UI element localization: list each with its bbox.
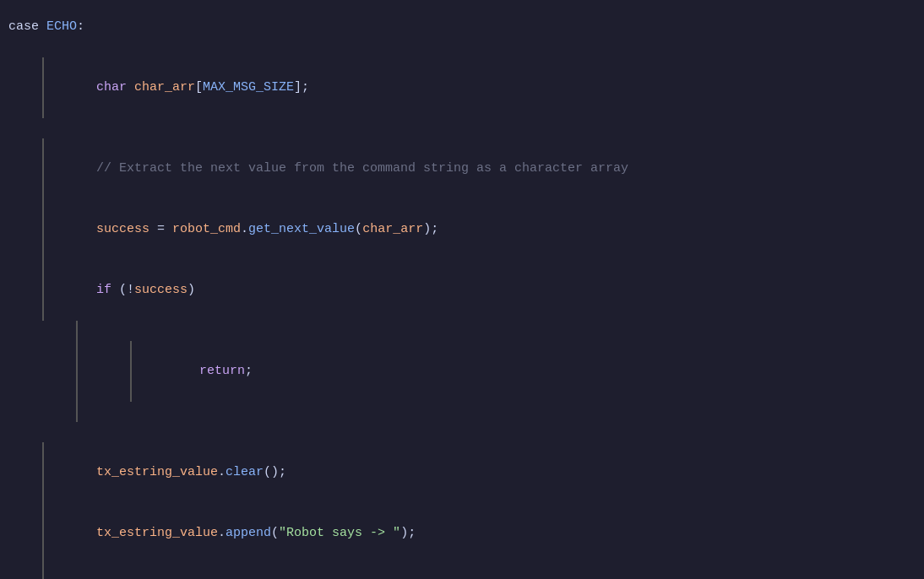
indent-bar-2: // Extract the next value from the comma… [42,138,628,199]
bracket-open: [ [195,80,203,95]
keyword-case: case [8,17,46,37]
line-comment: // Extract the next value from the comma… [8,138,907,199]
var-success: success [96,222,149,236]
indent-bar-8: tx_estring_value.append(char_arr); [42,564,355,579]
indent-bar-5b: return; [130,341,253,402]
identifier-echo: ECHO [46,17,77,37]
func-append-1: append [226,526,271,540]
string-robot-says: "Robot says -> " [279,526,400,540]
space-2: ( [111,283,127,297]
paren-close: ) [188,283,195,297]
blank-line-2 [8,118,907,138]
dot-3: . [218,526,226,540]
op-assign: = [149,222,172,236]
dot-1: . [241,222,248,236]
paren-1: ( [355,222,362,236]
const-max-msg-size: MAX_MSG_SIZE [203,80,294,95]
semicolon-return: ; [245,364,253,378]
arg-char-arr: char_arr [362,222,423,236]
var-tx-estring-1: tx_estring_value [96,465,218,479]
var-success-2: success [134,283,188,297]
indent-bar-7: tx_estring_value.append("Robot says -> "… [42,503,416,564]
line-clear: tx_estring_value.clear(); [8,442,907,503]
line-success-assign: success = robot_cmd.get_next_value(char_… [8,199,907,260]
comment-text: // Extract the next value from the comma… [96,161,628,176]
func-get-next-value: get_next_value [248,222,355,236]
indent-bar-6: tx_estring_value.clear(); [42,442,286,503]
indent-bar-5: return; [76,321,253,422]
blank-line-1 [8,37,907,57]
dot-2: . [218,465,226,479]
bracket-close: ]; [294,80,309,95]
var-tx-estring-2: tx_estring_value [96,526,218,540]
colon: : [77,17,84,37]
blank-line-3 [8,422,907,442]
indent-bar-4: if (!success) [42,260,195,321]
paren-4: ); [400,526,416,540]
paren-3: ( [271,526,279,540]
var-char-arr: char_arr [134,80,195,95]
line-char-decl: char char_arr[MAX_MSG_SIZE]; [8,57,907,118]
var-robot-cmd: robot_cmd [172,222,241,236]
line-append-1: tx_estring_value.append("Robot says -> "… [8,503,907,564]
func-clear: clear [226,465,264,479]
exclamation: ! [127,283,134,297]
line-append-2: tx_estring_value.append(char_arr); [8,564,907,579]
space [127,80,134,95]
code-editor: case ECHO: char char_arr[MAX_MSG_SIZE]; … [0,0,924,579]
keyword-char: char [96,80,127,95]
line-case-echo: case ECHO: [8,17,907,37]
line-if-success: if (!success) [8,260,907,321]
indent-bar-3: success = robot_cmd.get_next_value(char_… [42,199,438,260]
keyword-return: return [199,364,245,378]
keyword-if: if [96,283,111,297]
indent-bar-1: char char_arr[MAX_MSG_SIZE]; [42,57,309,118]
line-return: return; [8,321,907,422]
paren-2: ); [423,222,438,236]
call-clear: (); [264,465,286,479]
